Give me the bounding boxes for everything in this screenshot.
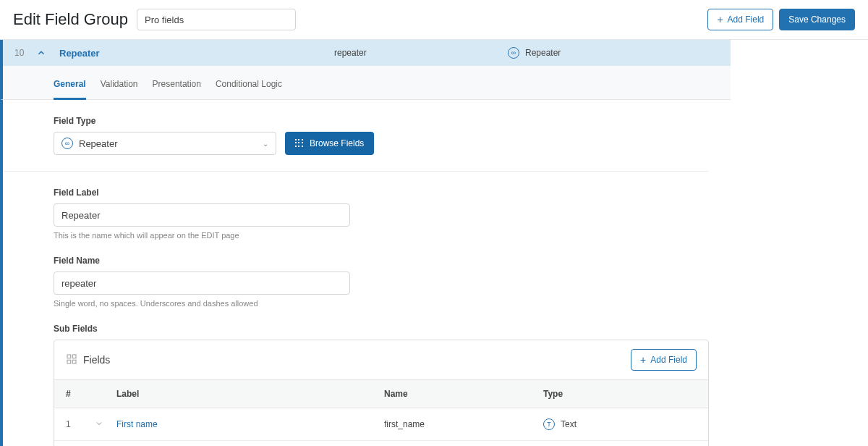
- row-label: First name: [116, 419, 384, 429]
- grid-icon: [295, 139, 304, 148]
- expand-toggle[interactable]: [95, 419, 116, 430]
- divider: [3, 171, 709, 172]
- col-num: #: [66, 389, 95, 399]
- svg-rect-2: [67, 360, 71, 363]
- subfield-row[interactable]: 2 Last name last_name T Text: [54, 441, 708, 446]
- field-label-row: Field Label This is the name which will …: [54, 188, 709, 240]
- svg-rect-0: [67, 355, 71, 358]
- field-label-help: This is the name which will appear on th…: [54, 231, 709, 240]
- field-tabs: General Validation Presentation Conditio…: [0, 66, 731, 100]
- svg-rect-1: [72, 355, 76, 358]
- field-type-label: Field Type: [54, 116, 709, 126]
- header-bar: Edit Field Group + Add Field Save Change…: [0, 0, 868, 40]
- group-name-input[interactable]: [137, 9, 296, 30]
- layout-icon: [66, 353, 77, 367]
- field-type-controls: ∞ Repeater ⌄ Browse Fields: [54, 132, 709, 155]
- chevron-up-icon: [36, 48, 46, 58]
- field-name-help: Single word, no spaces. Underscores and …: [54, 299, 709, 308]
- field-label[interactable]: Repeater: [59, 48, 334, 59]
- collapse-toggle[interactable]: [36, 48, 49, 58]
- field-type-value: Repeater: [79, 138, 257, 149]
- field-name: repeater: [334, 48, 508, 58]
- repeater-icon: ∞: [508, 47, 519, 59]
- tab-presentation[interactable]: Presentation: [153, 75, 201, 99]
- field-label-input[interactable]: [54, 203, 350, 227]
- field-summary-row[interactable]: 10 Repeater repeater ∞ Repeater: [0, 40, 731, 66]
- col-label: Label: [116, 389, 384, 399]
- subfield-row[interactable]: 1 First name first_name T Text: [54, 408, 708, 441]
- chevron-down-icon: [95, 419, 103, 428]
- row-type-text: Text: [561, 419, 576, 429]
- add-subfield-button[interactable]: + Add Field: [631, 349, 697, 371]
- main-column: 10 Repeater repeater ∞ Repeater General …: [0, 40, 731, 446]
- subfield-link[interactable]: First name: [116, 419, 158, 429]
- add-subfield-label: Add Field: [650, 355, 687, 365]
- add-field-button[interactable]: + Add Field: [707, 9, 773, 30]
- plus-icon: +: [717, 14, 723, 25]
- subfields-box: Fields + Add Field # Label Name Type: [54, 340, 709, 446]
- row-num: 1: [66, 419, 95, 429]
- gear-svg: [66, 353, 77, 365]
- browse-fields-label: Browse Fields: [310, 138, 364, 148]
- field-settings: Field Type ∞ Repeater ⌄ Browse Fields Fi…: [0, 100, 731, 446]
- col-name: Name: [384, 389, 543, 399]
- text-icon: T: [543, 418, 555, 430]
- field-type-text: Repeater: [525, 48, 561, 58]
- field-label-caption: Field Label: [54, 188, 709, 198]
- plus-icon: +: [640, 355, 646, 365]
- tab-conditional[interactable]: Conditional Logic: [216, 75, 282, 99]
- subfields-label: Sub Fields: [54, 324, 709, 334]
- row-name: first_name: [384, 419, 543, 429]
- subfields-title-text: Fields: [83, 354, 110, 366]
- chevron-down-icon: ⌄: [263, 140, 268, 148]
- add-field-label: Add Field: [728, 14, 765, 25]
- field-order: 10: [14, 48, 36, 58]
- subfields-title: Fields: [66, 353, 110, 367]
- content-area: 10 Repeater repeater ∞ Repeater General …: [0, 40, 868, 446]
- subfields-section: Sub Fields Fields + Add Field: [54, 324, 709, 446]
- field-type-select[interactable]: ∞ Repeater ⌄: [54, 132, 276, 155]
- field-type-row: Field Type ∞ Repeater ⌄ Browse Fields: [54, 116, 709, 155]
- save-changes-label: Save Changes: [788, 14, 846, 25]
- browse-fields-button[interactable]: Browse Fields: [285, 132, 374, 155]
- col-expand: [95, 389, 116, 399]
- col-type: Type: [543, 389, 697, 399]
- svg-rect-3: [72, 360, 76, 363]
- row-type: T Text: [543, 418, 697, 430]
- header-actions: + Add Field Save Changes: [707, 9, 855, 30]
- field-name-caption: Field Name: [54, 256, 709, 266]
- tab-general[interactable]: General: [54, 75, 86, 100]
- field-name-row: Field Name Single word, no spaces. Under…: [54, 256, 709, 308]
- page-title: Edit Field Group: [13, 10, 128, 29]
- field-name-input[interactable]: [54, 272, 350, 295]
- repeater-icon: ∞: [61, 138, 73, 149]
- tab-validation[interactable]: Validation: [101, 75, 138, 99]
- subfields-header: Fields + Add Field: [54, 340, 708, 380]
- field-type-badge: ∞ Repeater: [508, 47, 561, 59]
- save-changes-button[interactable]: Save Changes: [779, 9, 855, 30]
- subfields-table-header: # Label Name Type: [54, 380, 708, 408]
